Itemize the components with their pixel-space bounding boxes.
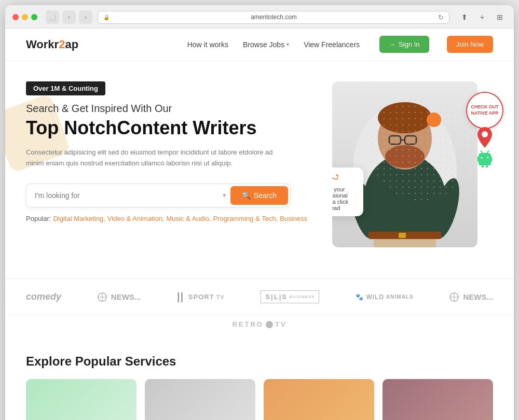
brand-sls: S|L|SBUSINESS — [261, 290, 319, 303]
explore-card-4[interactable] — [383, 379, 493, 420]
browser-controls: ⬜ ‹ › — [46, 10, 92, 24]
hero-left: Over 1M & Counting Search & Get Inspired… — [26, 81, 317, 222]
card-2-image — [145, 379, 255, 420]
svg-point-14 — [482, 131, 488, 137]
meet-professional-card: Meet your professionalin just a click ah… — [332, 167, 363, 216]
card-3-image — [264, 379, 374, 420]
brands-bar: comedy NEWS... || SPORTTV S|L|SBUSINESS … — [5, 278, 514, 315]
hero-title: Top NotchContent Writers — [26, 117, 317, 139]
nav-links: How it works Browse Jobs ▾ View Freelanc… — [187, 36, 493, 53]
app-badge-text: CHECK OUTNATIVE APP — [471, 104, 499, 116]
url-text: amentotech.com — [113, 13, 435, 21]
tag-music-audio[interactable]: Music & Audio, — [166, 215, 211, 222]
curly-arrow-icon — [332, 173, 340, 185]
svg-point-22 — [487, 157, 489, 159]
brand-news-1: NEWS... — [98, 292, 141, 302]
search-icon: 🔍 — [242, 191, 251, 200]
android-icon — [475, 149, 494, 170]
svg-marker-13 — [336, 174, 339, 176]
brand-wild-animals: 🐾 WILDANIMALS — [356, 293, 414, 301]
dot-grid-decoration — [368, 97, 472, 201]
signin-icon: → — [389, 40, 395, 48]
page-content: Workr2ap How it works Browse Jobs ▾ View… — [5, 29, 514, 420]
browser-window: ⬜ ‹ › 🔒 amentotech.com ↻ ⬆ + ⊞ Workr2ap … — [5, 5, 514, 420]
floating-card-text: Meet your professionalin just a click ah… — [332, 186, 356, 211]
tag-programming-tech[interactable]: Programming & Tech, — [213, 215, 278, 222]
browser-actions: ⬆ + ⊞ — [458, 10, 507, 24]
nav-view-freelancers[interactable]: View Freelancers — [304, 40, 360, 49]
brand-news-2: NEWS... — [449, 292, 493, 302]
close-button[interactable] — [12, 14, 19, 20]
check-out-app-badge[interactable]: CHECK OUTNATIVE APP — [466, 92, 503, 170]
share-button[interactable]: ⬆ — [458, 10, 471, 24]
brand-retro-tv: RETRO TV — [232, 320, 286, 328]
minimize-button[interactable] — [22, 14, 28, 20]
over-1m-badge: Over 1M & Counting — [26, 81, 105, 95]
traffic-lights — [12, 14, 37, 20]
search-button[interactable]: 🔍 Search — [230, 186, 288, 205]
tag-video-animation[interactable]: Video & Animation, — [107, 215, 165, 222]
explore-card-1[interactable] — [26, 379, 136, 420]
explore-section-title: Explore Popular Services — [26, 354, 493, 369]
brand-sporttv: || SPORTTV — [177, 291, 225, 303]
svg-point-21 — [481, 157, 483, 159]
card-4-image — [383, 379, 493, 420]
sign-in-button[interactable]: → Sign In — [379, 36, 429, 53]
explore-section: Explore Popular Services — [5, 339, 514, 420]
dropdown-arrow-icon[interactable]: ▾ — [223, 191, 226, 199]
svg-rect-15 — [477, 157, 480, 162]
sidebar-toggle-button[interactable]: ⬜ — [46, 10, 59, 24]
popular-tags: Popular: Digital Marketing, Video & Anim… — [26, 215, 317, 222]
search-input[interactable] — [35, 191, 223, 200]
hero-section: Over 1M & Counting Search & Get Inspired… — [5, 61, 514, 278]
explore-card-2[interactable] — [145, 379, 255, 420]
logo-text-start: Workr — [26, 38, 59, 51]
reload-icon[interactable]: ↻ — [438, 13, 444, 21]
orange-circle-decoration — [427, 113, 441, 127]
new-tab-button[interactable]: + — [475, 10, 489, 24]
back-button[interactable]: ‹ — [62, 10, 76, 24]
popular-label: Popular: — [26, 215, 51, 222]
tag-digital-marketing[interactable]: Digital Marketing, — [53, 215, 105, 222]
chevron-down-icon: ▾ — [286, 41, 289, 47]
search-bar: ▾ 🔍 Search — [26, 184, 291, 207]
location-pin-icon — [477, 127, 492, 148]
hero-description: Consectetur adipisicing elit sed do eius… — [26, 147, 280, 169]
hero-right: Meet your professionalin just a click ah… — [317, 81, 493, 247]
join-now-button[interactable]: Join Now — [447, 36, 493, 53]
forward-button[interactable]: › — [79, 10, 92, 24]
logo-text-end: ap — [65, 38, 78, 51]
hero-subtitle: Search & Get Inspired With Our — [26, 103, 317, 115]
maximize-button[interactable] — [31, 14, 37, 20]
extensions-button[interactable]: ⊞ — [493, 10, 507, 24]
explore-grid — [26, 379, 493, 420]
lock-icon: 🔒 — [103, 15, 110, 20]
nav-how-it-works[interactable]: How it works — [187, 40, 228, 49]
logo: Workr2ap — [26, 38, 78, 51]
nav-browse-jobs[interactable]: Browse Jobs ▾ — [243, 40, 289, 49]
svg-rect-16 — [490, 157, 492, 162]
tag-business[interactable]: Business — [280, 215, 307, 222]
logo-icon: 2 — [59, 38, 65, 51]
navbar: Workr2ap How it works Browse Jobs ▾ View… — [5, 29, 514, 61]
explore-card-3[interactable] — [264, 379, 374, 420]
browser-chrome: ⬜ ‹ › 🔒 amentotech.com ↻ ⬆ + ⊞ — [5, 5, 514, 29]
svg-rect-18 — [486, 165, 488, 167]
brand-comedy: comedy — [26, 291, 61, 302]
card-1-image — [26, 379, 136, 420]
svg-rect-17 — [482, 165, 484, 167]
svg-rect-12 — [399, 233, 406, 238]
brands-bar-2: RETRO TV — [5, 315, 514, 339]
address-bar[interactable]: 🔒 amentotech.com ↻ — [98, 11, 449, 24]
